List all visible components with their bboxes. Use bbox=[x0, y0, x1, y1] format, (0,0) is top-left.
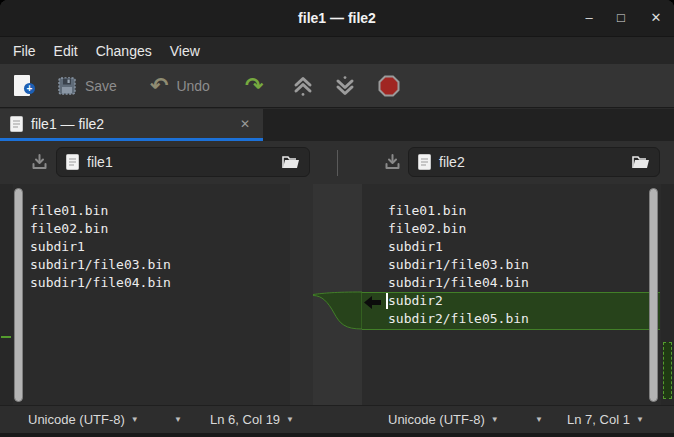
code-line: subdir1 bbox=[388, 238, 529, 256]
code-lines-right: file01.binfile02.binsubdir1subdir1/file0… bbox=[388, 202, 529, 328]
merge-left-arrow[interactable] bbox=[364, 296, 381, 309]
tab-close-icon[interactable]: ✕ bbox=[237, 117, 253, 131]
chevron-down-icon bbox=[334, 75, 356, 97]
menu-item[interactable]: File bbox=[4, 41, 45, 61]
code-line: subdir1/file04.bin bbox=[30, 274, 171, 292]
document-icon bbox=[418, 154, 431, 170]
stop-button[interactable] bbox=[378, 64, 400, 107]
menu-item[interactable]: View bbox=[161, 41, 209, 61]
undo-icon: ↶ bbox=[150, 76, 168, 96]
code-line: subdir2/file05.bin bbox=[388, 310, 529, 328]
chevron-down-icon: ▼ bbox=[131, 415, 139, 424]
scrollbar-right[interactable] bbox=[649, 188, 658, 402]
file-selector-left[interactable]: file1 bbox=[56, 147, 310, 177]
tab-label: file1 — file2 bbox=[31, 116, 229, 132]
toolbar: + Save ↶ Undo ↷ bbox=[0, 64, 674, 108]
cursor-position-dropdown-left[interactable]: Ln 6, Col 19 ▼ bbox=[210, 406, 294, 433]
chevron-down-icon: ▼ bbox=[491, 415, 499, 424]
minimize-button[interactable]: – bbox=[577, 6, 601, 30]
redo-icon: ↷ bbox=[245, 76, 263, 96]
action-gutter-left bbox=[290, 184, 313, 405]
chevron-down-icon: ▼ bbox=[174, 415, 182, 424]
code-line: subdir1/file03.bin bbox=[388, 256, 529, 274]
close-button[interactable]: ✕ bbox=[644, 6, 668, 30]
cursor-position-value: Ln 6, Col 19 bbox=[210, 412, 280, 427]
window-title: file1 — file2 bbox=[0, 0, 674, 36]
code-line: file01.bin bbox=[388, 202, 529, 220]
diff-area: file01.binfile02.binsubdir1subdir1/file0… bbox=[0, 184, 674, 405]
chevron-down-icon: ▼ bbox=[535, 415, 543, 424]
insert-marker bbox=[1, 336, 11, 338]
encoding-value: Unicode (UTF-8) bbox=[28, 412, 125, 427]
highlight-dropdown-right[interactable]: ▼ bbox=[535, 406, 543, 433]
menu-item[interactable]: Changes bbox=[87, 41, 161, 61]
menubar: FileEditChangesView bbox=[0, 37, 674, 64]
tab-file1-file2[interactable]: file1 — file2 ✕ bbox=[0, 109, 263, 141]
save-label: Save bbox=[85, 78, 117, 94]
chevron-down-icon: ▼ bbox=[636, 415, 644, 424]
save-button[interactable]: Save bbox=[57, 64, 117, 107]
save-right-icon[interactable] bbox=[385, 154, 400, 170]
stop-icon bbox=[378, 75, 400, 97]
save-icon bbox=[57, 76, 77, 96]
code-line: file02.bin bbox=[30, 220, 171, 238]
save-left-icon[interactable] bbox=[32, 154, 47, 170]
cursor-position-value: Ln 7, Col 1 bbox=[567, 412, 630, 427]
document-icon bbox=[10, 116, 23, 132]
insert-chunk-marker bbox=[663, 342, 672, 399]
code-line: subdir1 bbox=[30, 238, 171, 256]
new-comparison-button[interactable]: + bbox=[14, 64, 30, 107]
action-gutter-right bbox=[362, 184, 384, 405]
code-line: subdir2 bbox=[388, 292, 529, 310]
meld-window: file1 — file2 – □ ✕ FileEditChangesView … bbox=[0, 0, 674, 437]
highlight-dropdown-left[interactable]: ▼ bbox=[174, 406, 182, 433]
new-document-icon: + bbox=[14, 75, 30, 96]
code-line: subdir1/file04.bin bbox=[388, 274, 529, 292]
pane-headers: file1 f bbox=[0, 141, 674, 184]
next-change-button[interactable] bbox=[334, 64, 356, 107]
maximize-button[interactable]: □ bbox=[609, 6, 633, 30]
encoding-dropdown-right[interactable]: Unicode (UTF-8) ▼ bbox=[388, 406, 499, 433]
code-line: file02.bin bbox=[388, 220, 529, 238]
previous-change-button[interactable] bbox=[292, 64, 314, 107]
titlebar: file1 — file2 – □ ✕ bbox=[0, 0, 674, 37]
undo-button[interactable]: ↶ Undo bbox=[150, 64, 210, 107]
encoding-value: Unicode (UTF-8) bbox=[388, 412, 485, 427]
pane-divider bbox=[337, 150, 338, 176]
open-file-icon bbox=[632, 155, 650, 170]
chunk-map-left[interactable] bbox=[0, 184, 13, 405]
file-name-right: file2 bbox=[439, 154, 624, 170]
tab-bar: file1 — file2 ✕ bbox=[0, 109, 674, 141]
file-selector-right[interactable]: file2 bbox=[408, 147, 660, 177]
code-line: file01.bin bbox=[30, 202, 171, 220]
window-bottom-edge bbox=[0, 433, 674, 437]
diff-curve bbox=[313, 292, 362, 329]
document-icon bbox=[66, 154, 79, 170]
cursor-position-dropdown-right[interactable]: Ln 7, Col 1 ▼ bbox=[567, 406, 644, 433]
encoding-dropdown-left[interactable]: Unicode (UTF-8) ▼ bbox=[28, 406, 139, 433]
open-file-icon bbox=[282, 155, 300, 170]
editor-left[interactable]: file01.binfile02.binsubdir1subdir1/file0… bbox=[13, 184, 290, 405]
file-name-left: file1 bbox=[87, 154, 274, 170]
redo-button[interactable]: ↷ bbox=[245, 64, 263, 107]
code-lines-left: file01.binfile02.binsubdir1subdir1/file0… bbox=[30, 202, 171, 292]
chunk-map-right[interactable] bbox=[661, 184, 674, 405]
code-line: subdir1/file03.bin bbox=[30, 256, 171, 274]
chevron-up-icon bbox=[292, 75, 314, 97]
menu-item[interactable]: Edit bbox=[45, 41, 87, 61]
editor-right[interactable]: file01.binfile02.binsubdir1subdir1/file0… bbox=[384, 184, 660, 405]
linkmap bbox=[313, 184, 362, 405]
scrollbar-left[interactable] bbox=[14, 188, 23, 402]
chevron-down-icon: ▼ bbox=[286, 415, 294, 424]
statusbar: Unicode (UTF-8) ▼ ▼ Ln 6, Col 19 ▼ Unico… bbox=[0, 405, 674, 433]
text-cursor bbox=[386, 293, 388, 309]
plus-badge-icon: + bbox=[24, 83, 35, 94]
undo-label: Undo bbox=[176, 78, 209, 94]
